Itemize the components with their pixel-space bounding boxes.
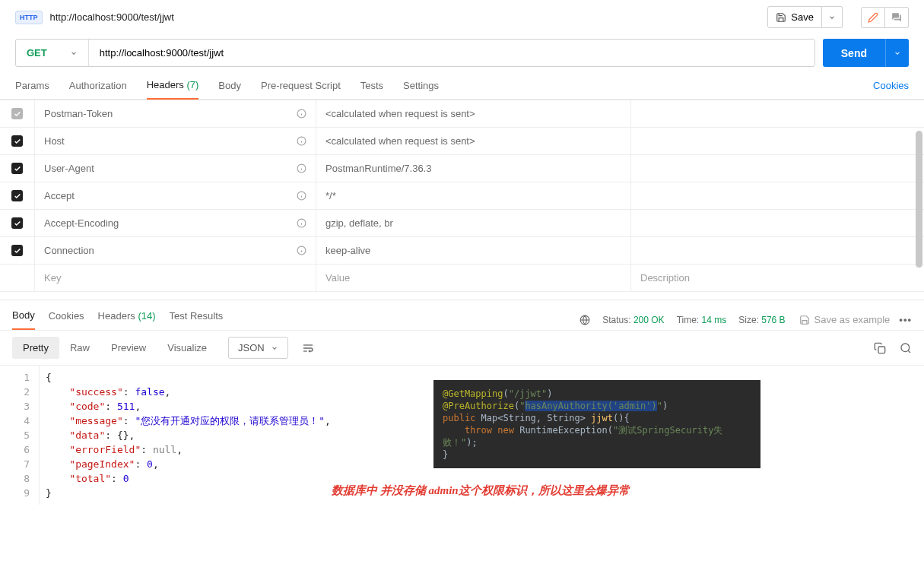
- info-icon[interactable]: [297, 191, 306, 201]
- status-info: Status: 200 OK: [602, 315, 664, 325]
- header-desc[interactable]: [631, 155, 924, 182]
- view-preview[interactable]: Preview: [100, 337, 157, 359]
- tab-authorization[interactable]: Authorization: [69, 72, 127, 99]
- save-example-label: Save as example: [814, 314, 891, 325]
- checkbox[interactable]: [11, 217, 23, 229]
- info-icon[interactable]: [297, 246, 306, 255]
- table-row: Accept-Encodinggzip, deflate, br: [0, 210, 924, 237]
- checkbox[interactable]: [11, 190, 23, 201]
- save-label: Save: [791, 11, 814, 23]
- save-as-example-button[interactable]: Save as example: [799, 314, 891, 325]
- chevron-down-icon: [271, 344, 278, 352]
- info-icon[interactable]: [297, 218, 306, 228]
- chevron-down-icon: [828, 14, 836, 21]
- header-desc[interactable]: [631, 210, 924, 236]
- save-icon: [799, 315, 810, 325]
- header-desc[interactable]: [631, 128, 924, 154]
- header-key[interactable]: Connection: [44, 245, 94, 256]
- copy-button[interactable]: [874, 342, 886, 354]
- svg-rect-22: [878, 347, 885, 353]
- format-label: JSON: [238, 342, 265, 353]
- tab-prerequest[interactable]: Pre-request Script: [261, 72, 341, 99]
- info-icon[interactable]: [297, 136, 306, 146]
- tab-headers-label: Headers: [147, 79, 184, 90]
- comment-icon: [891, 12, 902, 23]
- table-row: User-AgentPostmanRuntime/7.36.3: [0, 155, 924, 182]
- header-value[interactable]: gzip, deflate, br: [316, 210, 631, 236]
- send-button[interactable]: Send: [823, 39, 885, 67]
- table-row: Accept*/*: [0, 182, 924, 210]
- header-key[interactable]: Postman-Token: [44, 108, 113, 119]
- tab-headers[interactable]: Headers (7): [147, 71, 199, 100]
- search-button[interactable]: [900, 342, 912, 354]
- tab-params[interactable]: Params: [15, 72, 49, 99]
- header-key[interactable]: Host: [44, 135, 65, 147]
- info-icon[interactable]: [297, 109, 306, 119]
- header-key[interactable]: Accept-Encoding: [44, 217, 119, 229]
- page-title: http://localhost:9000/test/jjwt: [50, 11, 760, 23]
- annotation-note: 数据库中 并没存储 admin这个权限标识，所以这里会爆异常: [332, 483, 630, 498]
- table-row: KeyValueDescription: [0, 265, 924, 292]
- method-select[interactable]: GET: [16, 40, 89, 66]
- svg-line-24: [908, 350, 910, 353]
- header-desc[interactable]: [631, 182, 924, 209]
- header-value[interactable]: <calculated when request is sent>: [316, 128, 631, 154]
- table-row: Postman-Token<calculated when request is…: [0, 100, 924, 128]
- table-row: Connectionkeep-alive: [0, 237, 924, 265]
- time-info: Time: 14 ms: [677, 315, 727, 325]
- resp-tab-tests[interactable]: Test Results: [170, 310, 224, 329]
- svg-point-23: [901, 344, 910, 352]
- view-visualize[interactable]: Visualize: [157, 337, 218, 359]
- method-label: GET: [27, 47, 47, 59]
- format-select[interactable]: JSON: [228, 337, 288, 359]
- checkbox[interactable]: [11, 245, 23, 256]
- resp-tab-body[interactable]: Body: [12, 309, 35, 330]
- header-key-input[interactable]: Key: [35, 265, 316, 291]
- http-badge: HTTP: [15, 11, 43, 24]
- view-pretty[interactable]: Pretty: [12, 337, 59, 359]
- tab-body[interactable]: Body: [218, 72, 241, 99]
- cookies-link[interactable]: Cookies: [873, 72, 909, 99]
- header-key[interactable]: Accept: [44, 190, 75, 201]
- header-value[interactable]: PostmanRuntime/7.36.3: [316, 155, 631, 182]
- header-value[interactable]: */*: [316, 182, 631, 209]
- info-icon[interactable]: [297, 163, 306, 173]
- scrollbar[interactable]: [915, 116, 924, 313]
- resp-tab-headers-count: (14): [138, 310, 155, 322]
- chevron-down-icon: [70, 49, 78, 57]
- header-desc[interactable]: [631, 100, 924, 127]
- header-value[interactable]: <calculated when request is sent>: [316, 100, 631, 127]
- size-info: Size: 576 B: [738, 315, 785, 325]
- wrap-lines-button[interactable]: [297, 338, 319, 359]
- header-desc-input[interactable]: Description: [631, 265, 924, 291]
- header-value[interactable]: keep-alive: [316, 237, 631, 264]
- header-value-input[interactable]: Value: [316, 265, 631, 291]
- checkbox[interactable]: [11, 163, 23, 174]
- globe-icon[interactable]: [579, 315, 590, 325]
- code-overlay: @GetMapping("/jjwt") @PreAuthorize("hasA…: [433, 380, 760, 468]
- header-key[interactable]: User-Agent: [44, 163, 94, 174]
- resp-tab-headers[interactable]: Headers (14): [98, 310, 156, 329]
- checkbox[interactable]: [11, 108, 23, 119]
- resp-tab-cookies[interactable]: Cookies: [49, 310, 84, 329]
- tab-settings[interactable]: Settings: [403, 72, 439, 99]
- comment-button[interactable]: [885, 7, 909, 28]
- scrollbar-thumb[interactable]: [916, 131, 922, 268]
- view-raw[interactable]: Raw: [59, 337, 100, 359]
- pencil-icon: [868, 12, 878, 23]
- headers-table: Postman-Token<calculated when request is…: [0, 100, 924, 292]
- more-options-button[interactable]: •••: [899, 314, 912, 325]
- table-row: Host<calculated when request is sent>: [0, 128, 924, 155]
- resp-tab-headers-label: Headers: [98, 310, 135, 322]
- save-dropdown-button[interactable]: [822, 6, 843, 28]
- tab-tests[interactable]: Tests: [360, 72, 383, 99]
- line-gutter: 123456789: [0, 366, 40, 505]
- send-dropdown-button[interactable]: [885, 39, 909, 67]
- url-input[interactable]: [89, 40, 814, 66]
- tab-headers-count: (7): [186, 79, 198, 90]
- checkbox[interactable]: [11, 135, 23, 147]
- header-desc[interactable]: [631, 237, 924, 264]
- save-icon: [776, 12, 786, 23]
- edit-button[interactable]: [861, 7, 885, 28]
- save-button[interactable]: Save: [767, 6, 822, 28]
